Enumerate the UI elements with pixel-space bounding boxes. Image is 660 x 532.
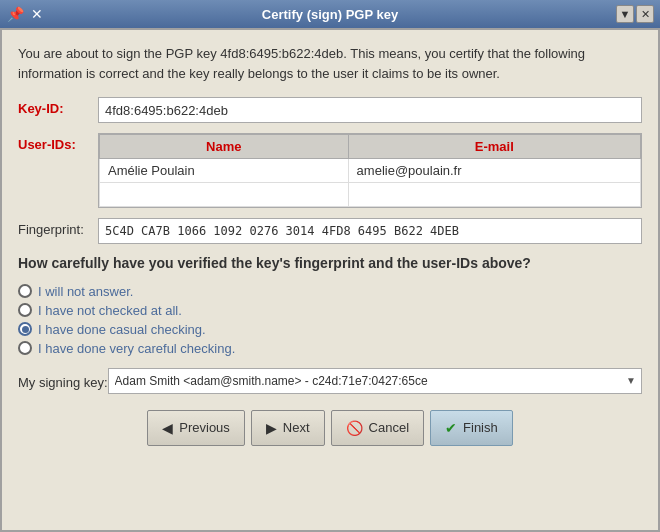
minimize-button[interactable]: ▼ (616, 5, 634, 23)
titlebar: 📌 ✕ Certify (sign) PGP key ▼ ✕ (0, 0, 660, 28)
pin-button[interactable]: 📌 (6, 5, 24, 23)
radio-option-4[interactable] (18, 341, 32, 355)
close-button[interactable]: ✕ (636, 5, 654, 23)
table-row: Amélie Poulain amelie@poulain.fr (100, 159, 641, 183)
user-ids-table: Name E-mail Amélie Poulain amelie@poulai… (98, 133, 642, 208)
fingerprint-input[interactable] (98, 218, 642, 244)
previous-label: Previous (179, 420, 230, 435)
table-row-empty (100, 183, 641, 207)
finish-icon: ✔ (445, 420, 457, 436)
cancel-label: Cancel (369, 420, 409, 435)
radio-row-3[interactable]: I have done casual checking. (18, 322, 642, 337)
question-text: How carefully have you verified the key'… (18, 254, 642, 274)
fingerprint-row: Fingerprint: (18, 218, 642, 244)
key-id-input[interactable] (98, 97, 642, 123)
fingerprint-label: Fingerprint: (18, 218, 98, 237)
radio-option-2[interactable] (18, 303, 32, 317)
radio-label-1: I will not answer. (38, 284, 133, 299)
finish-label: Finish (463, 420, 498, 435)
next-button[interactable]: ▶ Next (251, 410, 325, 446)
previous-button[interactable]: ◀ Previous (147, 410, 245, 446)
signing-key-select[interactable]: Adam Smith <adam@smith.name> - c24d:71e7… (108, 368, 642, 394)
radio-label-2: I have not checked at all. (38, 303, 182, 318)
next-icon: ▶ (266, 420, 277, 436)
user-name-cell: Amélie Poulain (100, 159, 349, 183)
signing-key-label: My signing key: (18, 371, 108, 390)
unpin-button[interactable]: ✕ (28, 5, 46, 23)
key-id-label: Key-ID: (18, 97, 98, 116)
cancel-icon: 🚫 (346, 420, 363, 436)
window-title: Certify (sign) PGP key (262, 7, 398, 22)
radio-option-3[interactable] (18, 322, 32, 336)
finish-button[interactable]: ✔ Finish (430, 410, 513, 446)
buttons-row: ◀ Previous ▶ Next 🚫 Cancel ✔ Finish (18, 406, 642, 446)
previous-icon: ◀ (162, 420, 173, 436)
signing-key-wrapper: Adam Smith <adam@smith.name> - c24d:71e7… (108, 368, 642, 394)
radio-label-3: I have done casual checking. (38, 322, 206, 337)
radio-row-1[interactable]: I will not answer. (18, 284, 642, 299)
user-ids-row: User-IDs: Name E-mail Amélie Poulain ame… (18, 133, 642, 208)
user-email-cell: amelie@poulain.fr (348, 159, 640, 183)
dialog-body: You are about to sign the PGP key 4fd8:6… (0, 28, 660, 532)
key-id-row: Key-ID: (18, 97, 642, 123)
radio-row-2[interactable]: I have not checked at all. (18, 303, 642, 318)
cancel-button[interactable]: 🚫 Cancel (331, 410, 424, 446)
next-label: Next (283, 420, 310, 435)
radio-option-1[interactable] (18, 284, 32, 298)
signing-key-row: My signing key: Adam Smith <adam@smith.n… (18, 368, 642, 394)
user-ids-label: User-IDs: (18, 133, 98, 152)
col-name-header: Name (100, 135, 349, 159)
col-email-header: E-mail (348, 135, 640, 159)
radio-row-4[interactable]: I have done very careful checking. (18, 341, 642, 356)
radio-group: I will not answer. I have not checked at… (18, 284, 642, 356)
radio-label-4: I have done very careful checking. (38, 341, 235, 356)
info-text: You are about to sign the PGP key 4fd8:6… (18, 44, 642, 83)
